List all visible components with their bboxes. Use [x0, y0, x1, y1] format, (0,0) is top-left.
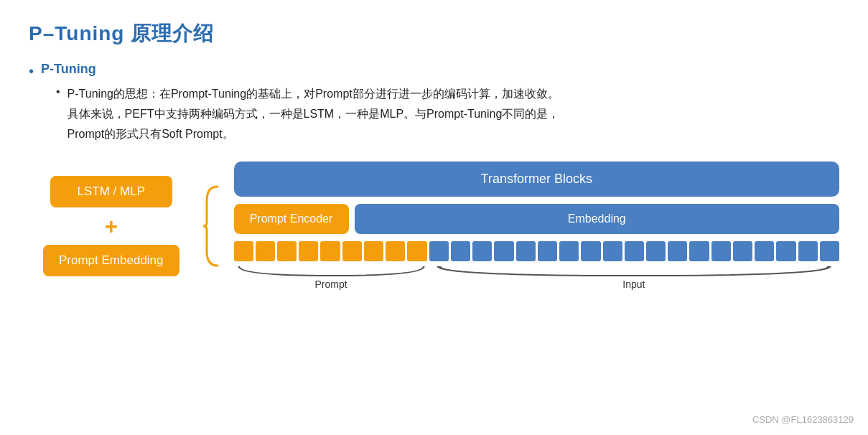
- token-cell-orange: [320, 241, 340, 261]
- token-cell-orange: [256, 241, 275, 261]
- transformer-blocks-box: Transformer Blocks: [234, 162, 839, 197]
- text-line-1: P-Tuning的思想：在Prompt-Tuning的基础上，对Prompt部分…: [67, 88, 559, 100]
- slide: P–Tuning 原理介绍 • P-Tuning • P-Tuning的思想：在…: [0, 0, 868, 435]
- token-bar-wrapper: Prompt Input: [234, 241, 839, 290]
- plus-icon: +: [104, 215, 118, 238]
- right-side: Transformer Blocks Prompt Encoder Embedd…: [234, 162, 839, 290]
- token-cell-blue: [668, 241, 687, 261]
- embedding-box: Embedding: [355, 204, 839, 234]
- brace-label-row: Prompt Input: [234, 263, 839, 290]
- token-cell-blue: [581, 241, 600, 261]
- input-brace-group: Input: [429, 263, 839, 290]
- token-cell-blue: [733, 241, 752, 261]
- bullet-l2-1: • P-Tuning的思想：在Prompt-Tuning的基础上，对Prompt…: [56, 84, 839, 144]
- prompt-encoder-box: Prompt Encoder: [234, 204, 349, 234]
- encoder-embedding-row: Prompt Encoder Embedding: [234, 204, 839, 234]
- slide-title: P–Tuning 原理介绍: [29, 20, 839, 47]
- left-side: LSTM / MLP + Prompt Embedding: [43, 176, 179, 276]
- token-cell-blue: [603, 241, 622, 261]
- token-cell-orange: [364, 241, 383, 261]
- token-cell-blue: [494, 241, 513, 261]
- token-cell-orange: [299, 241, 318, 261]
- text-line-3: Prompt的形式只有Soft Prompt。: [67, 128, 234, 140]
- brace-connector: [192, 183, 221, 269]
- token-cell-blue: [820, 241, 839, 261]
- token-cell-blue: [755, 241, 774, 261]
- token-cell-blue: [625, 241, 644, 261]
- bullet-dot-2: •: [56, 85, 60, 98]
- token-cell-orange: [407, 241, 426, 261]
- token-cell-blue: [689, 241, 709, 261]
- prompt-embedding-box: Prompt Embedding: [43, 245, 179, 276]
- bullet-label-1: P-Tuning: [41, 62, 96, 77]
- token-cell-orange: [277, 241, 297, 261]
- watermark: CSDN @FL1623863129: [752, 414, 854, 425]
- token-bar: [234, 241, 839, 261]
- prompt-label: Prompt: [315, 279, 347, 290]
- token-cell-blue: [711, 241, 731, 261]
- prompt-brace-group: Prompt: [234, 263, 429, 290]
- token-cell-orange: [342, 241, 362, 261]
- bullet-text: P-Tuning的思想：在Prompt-Tuning的基础上，对Prompt部分…: [67, 84, 560, 144]
- token-cell-blue: [472, 241, 492, 261]
- token-cell-blue: [516, 241, 536, 261]
- bullet-dot-1: •: [29, 63, 34, 80]
- token-cell-blue: [646, 241, 666, 261]
- lstm-mlp-box: LSTM / MLP: [50, 176, 172, 207]
- bullet-l1: • P-Tuning: [29, 62, 839, 80]
- token-cell-orange: [234, 241, 253, 261]
- token-cell-blue: [451, 241, 470, 261]
- token-cell-blue: [798, 241, 818, 261]
- token-cell-blue: [538, 241, 557, 261]
- input-label: Input: [622, 279, 645, 290]
- token-cell-blue: [776, 241, 795, 261]
- diagram-area: LSTM / MLP + Prompt Embedding Transforme…: [43, 162, 839, 290]
- token-cell-orange: [386, 241, 405, 261]
- token-cell-blue: [559, 241, 579, 261]
- token-cell-blue: [429, 241, 449, 261]
- text-line-2: 具体来说，PEFT中支持两种编码方式，一种是LSTM，一种是MLP。与Promp…: [67, 108, 560, 120]
